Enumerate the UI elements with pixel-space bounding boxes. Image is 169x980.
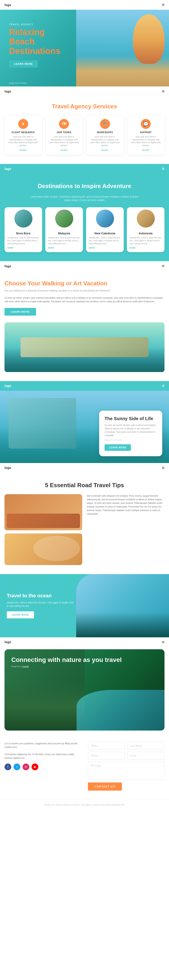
road-grid: Sed commodo odio aliquam erat volutpat. … bbox=[5, 494, 164, 565]
hero-learn-more-button[interactable]: LEARN MORE bbox=[9, 60, 38, 67]
service-tours-more[interactable]: MORE bbox=[48, 149, 80, 151]
service-tours-title: OUR TOURS bbox=[48, 131, 80, 134]
ocean-learn-more-button[interactable]: LEARN MORE bbox=[7, 611, 34, 618]
destinations-section: Destinations to Inspire Adventure Lorem … bbox=[0, 173, 169, 261]
road-desc: Sed commodo odio aliquam erat volutpat. … bbox=[87, 494, 164, 516]
hero-section: TRAVEL AGENCY Relaxing Beach Destination… bbox=[0, 10, 169, 86]
contact-grid: Let us answer your questions, suggestion… bbox=[5, 742, 164, 791]
form-phone-input[interactable] bbox=[88, 752, 125, 759]
sunny-learn-more-button[interactable]: LEARN MORE bbox=[104, 444, 131, 451]
dest-caledonia-name: New Caledonia bbox=[89, 232, 121, 235]
service-workshops-more[interactable]: MORE bbox=[89, 149, 121, 151]
sunny-logo: logo bbox=[5, 384, 11, 388]
road-content: Sed commodo odio aliquam erat volutpat. … bbox=[87, 494, 164, 516]
ocean-title: Travel to the ocean bbox=[7, 593, 74, 599]
service-flight-icon: ✈ bbox=[18, 119, 28, 129]
dest-indonesia-name: Indonesia bbox=[130, 232, 162, 235]
walking-subtitle: Are you looking for a leisurely European… bbox=[5, 289, 164, 293]
dest-bora-bora-image bbox=[14, 210, 32, 228]
service-support-icon: 💬 bbox=[141, 119, 151, 129]
social-facebook-icon[interactable]: f bbox=[5, 764, 11, 770]
service-tours-icon: 🗺 bbox=[59, 119, 69, 129]
dest-caledonia-more[interactable]: MORE bbox=[89, 247, 121, 249]
sunny-bg-image: The Sunny Side of Life Ut enim ad minim … bbox=[0, 391, 169, 463]
walking-logo: logo bbox=[5, 264, 11, 268]
nature-credit: Image from Freepik bbox=[11, 665, 122, 668]
walking-image bbox=[5, 322, 164, 372]
dest-caledonia-desc: Sample text. Click to select the text bo… bbox=[89, 236, 121, 245]
form-name-input[interactable] bbox=[88, 742, 125, 749]
walking-learn-more-button[interactable]: LEARN MORE bbox=[5, 308, 36, 316]
sunny-card: The Sunny Side of Life Ut enim ad minim … bbox=[99, 410, 162, 456]
services-grid: ✈ FLIGHT RESEARCH Duis aute irure dolor … bbox=[5, 115, 164, 155]
dest-malaysia-more[interactable]: MORE bbox=[48, 247, 80, 249]
form-email-input[interactable] bbox=[127, 752, 164, 759]
service-workshops-desc: Duis aute irure dolor in reprehenderit i… bbox=[89, 135, 121, 147]
dest-malaysia-image bbox=[55, 210, 73, 228]
dest-bora-bora-name: Bora Bora bbox=[7, 232, 39, 235]
nature-title: Connecting with nature as you travel bbox=[11, 656, 122, 664]
service-workshops-title: WORKSHOPS bbox=[89, 131, 121, 134]
dest-bora-bora-more[interactable]: MORE bbox=[7, 247, 39, 249]
dest-card-caledonia: New Caledonia Sample text. Click to sele… bbox=[86, 207, 124, 252]
hero-image bbox=[76, 10, 169, 86]
nature-menu-icon[interactable]: ≡ bbox=[162, 640, 164, 645]
form-last-name-input[interactable] bbox=[127, 742, 164, 749]
dest-indonesia-image bbox=[137, 210, 155, 228]
dest-caledonia-image bbox=[96, 210, 114, 228]
destinations-menu-icon[interactable]: ≡ bbox=[162, 166, 164, 171]
service-support-title: SUPPORT bbox=[130, 131, 162, 134]
dest-malaysia-name: Malaysia bbox=[48, 232, 80, 235]
nature-content-overlay: Connecting with nature as you travel Ima… bbox=[5, 649, 128, 675]
service-flight-desc: Duis aute irure dolor in reprehenderit i… bbox=[7, 135, 39, 147]
dest-card-malaysia: Malaysia Sample text. Click to select th… bbox=[45, 207, 83, 252]
service-card-flight: ✈ FLIGHT RESEARCH Duis aute irure dolor … bbox=[5, 115, 42, 155]
social-twitter-icon[interactable]: t bbox=[14, 764, 20, 770]
services-section: Travel Agency Services ✈ FLIGHT RESEARCH… bbox=[0, 96, 169, 164]
sunny-menu-icon[interactable]: ≡ bbox=[162, 383, 164, 388]
contact-left: Let us answer your questions, suggestion… bbox=[5, 742, 81, 791]
road-menu-icon[interactable]: ≡ bbox=[162, 465, 164, 471]
service-tours-desc: Duis aute irure dolor in reprehenderit i… bbox=[48, 135, 80, 147]
services-title: Travel Agency Services bbox=[5, 103, 164, 110]
header-menu-icon[interactable]: ≡ bbox=[162, 2, 164, 8]
social-youtube-icon[interactable]: ▶ bbox=[32, 764, 38, 770]
services-header-bar: logo ≡ bbox=[0, 86, 169, 96]
contact-desc-1: Let us answer your questions, suggestion… bbox=[5, 742, 81, 749]
sunny-header-bar: logo ≡ bbox=[0, 381, 169, 391]
service-workshops-icon: 🔧 bbox=[100, 119, 110, 129]
hero-image-credit: Image from Freepik bbox=[9, 82, 27, 84]
dest-bora-bora-desc: Sample text. Click to select the text bo… bbox=[7, 236, 39, 245]
services-menu-icon[interactable]: ≡ bbox=[162, 89, 164, 94]
social-icons-container: f t in ▶ bbox=[5, 764, 81, 770]
nature-header-bar: logo ≡ bbox=[0, 637, 169, 647]
service-support-desc: Duis aute irure dolor in reprehenderit i… bbox=[130, 135, 162, 147]
destinations-grid: Bora Bora Sample text. Click to select t… bbox=[5, 207, 164, 252]
social-instagram-icon[interactable]: in bbox=[22, 764, 29, 770]
dest-bora-bora-content: Bora Bora Sample text. Click to select t… bbox=[5, 230, 42, 252]
road-image-2 bbox=[5, 533, 82, 565]
dest-card-indonesia: Indonesia Sample text. Click to select t… bbox=[127, 207, 164, 252]
header-logo: logo bbox=[5, 3, 11, 7]
dest-malaysia-desc: Sample text. Click to select the text bo… bbox=[48, 236, 80, 245]
contact-submit-button[interactable]: cONTAcT US bbox=[88, 783, 122, 791]
ocean-image bbox=[76, 574, 169, 637]
service-flight-more[interactable]: MORE bbox=[7, 149, 39, 151]
dest-malaysia-content: Malaysia Sample text. Click to select th… bbox=[45, 230, 83, 252]
walking-section: Choose Your Walking or Art Vacation Are … bbox=[0, 271, 169, 381]
dest-caledonia-content: New Caledonia Sample text. Click to sele… bbox=[86, 230, 124, 252]
walking-header-bar: logo ≡ bbox=[0, 261, 169, 271]
ocean-desc: Sample text. Click to select the text bo… bbox=[7, 601, 74, 608]
form-message-input[interactable] bbox=[88, 762, 164, 780]
nature-logo: logo bbox=[5, 640, 11, 644]
hero-title: Relaxing Beach Destinations bbox=[9, 27, 72, 56]
contact-section: Let us answer your questions, suggestion… bbox=[0, 735, 169, 800]
service-support-more[interactable]: MORE bbox=[130, 149, 162, 151]
footer: Sample text. Click to select the text bo… bbox=[0, 800, 169, 810]
road-header-bar: logo ≡ bbox=[0, 463, 169, 473]
walking-menu-icon[interactable]: ≡ bbox=[162, 264, 164, 269]
hero-content: TRAVEL AGENCY Relaxing Beach Destination… bbox=[9, 23, 72, 67]
nature-credit-link[interactable]: Freepik bbox=[22, 665, 29, 668]
dest-indonesia-more[interactable]: MORE bbox=[130, 247, 162, 249]
destinations-logo: logo bbox=[5, 167, 11, 171]
